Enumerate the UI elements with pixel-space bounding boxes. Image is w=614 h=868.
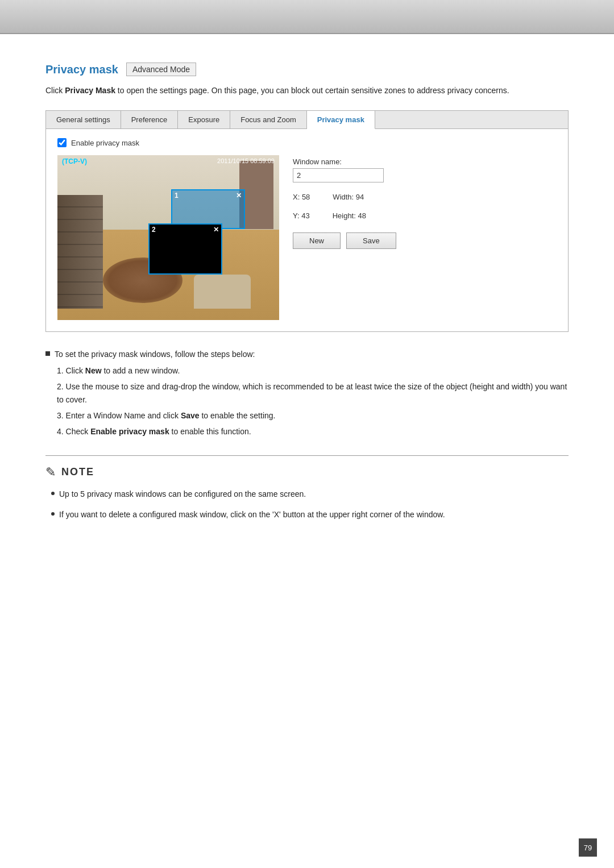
- tcp-label: (TCP-V): [62, 157, 87, 165]
- mask-2-close-icon[interactable]: ✕: [213, 226, 219, 234]
- mask-1-close-icon[interactable]: ✕: [236, 192, 242, 200]
- window-name-section: Window name:: [293, 157, 557, 182]
- step-4: 4. Check Enable privacy mask to enable t…: [45, 425, 569, 438]
- content: Privacy mask Advanced Mode Click Privacy…: [0, 34, 614, 563]
- camera-view: (TCP-V) 2011/10/15 08:59:09 1 ✕ 2 ✕: [57, 155, 279, 320]
- step-2: 2. Use the mouse to size and drag-drop t…: [45, 380, 569, 406]
- note-title: NOTE: [61, 466, 94, 478]
- side-panel: Window name: X: 58 Width: 94 Y: 43 Heigh…: [293, 155, 557, 320]
- steps-section: To set the privacy mask windows, follow …: [45, 348, 569, 438]
- description: Click Privacy Mask to open the settings …: [45, 84, 569, 97]
- step-1: 1. Click New to add a new window.: [45, 364, 569, 377]
- window-name-input[interactable]: [293, 168, 384, 182]
- page-number: 79: [579, 838, 597, 857]
- x-coord: X: 58: [293, 193, 310, 201]
- tab-preference[interactable]: Preference: [121, 111, 179, 128]
- ui-panel: General settings Preference Exposure Foc…: [45, 110, 569, 332]
- camera-overlay: (TCP-V) 2011/10/15 08:59:09: [57, 155, 279, 168]
- tab-privacy-mask[interactable]: Privacy mask: [307, 111, 375, 129]
- note-bullet-1: [51, 492, 55, 495]
- panel-body: Enable privacy mask (TCP-V): [46, 129, 568, 331]
- advanced-mode-badge: Advanced Mode: [126, 63, 196, 76]
- page-title: Privacy mask: [45, 63, 118, 76]
- y-coord: Y: 43: [293, 211, 310, 220]
- tab-bar: General settings Preference Exposure Foc…: [46, 111, 568, 129]
- coords-row-1: X: 58 Width: 94: [293, 193, 557, 201]
- mask-2-number: 2: [152, 226, 156, 234]
- enable-row: Enable privacy mask: [57, 138, 557, 147]
- note-bullet-2: [51, 512, 55, 516]
- page: Privacy mask Advanced Mode Click Privacy…: [0, 0, 614, 868]
- note-header: ✎ NOTE: [45, 465, 569, 480]
- enable-privacy-mask-checkbox[interactable]: [57, 138, 67, 147]
- note-section: ✎ NOTE Up to 5 privacy mask windows can …: [45, 455, 569, 521]
- note-item-1: Up to 5 privacy mask windows can be conf…: [45, 488, 569, 500]
- room-sofa: [194, 275, 251, 309]
- step-4-bold: Enable privacy mask: [90, 427, 169, 436]
- step-3: 3. Enter a Window Name and click Save to…: [45, 409, 569, 422]
- window-name-label: Window name:: [293, 157, 557, 166]
- tab-exposure[interactable]: Exposure: [178, 111, 230, 128]
- page-header: Privacy mask Advanced Mode: [45, 63, 569, 76]
- save-button[interactable]: Save: [346, 232, 396, 249]
- coords-row-2: Y: 43 Height: 48: [293, 211, 557, 220]
- top-bar: [0, 0, 614, 34]
- note-text-1: Up to 5 privacy mask windows can be conf…: [59, 488, 306, 500]
- note-pencil-icon: ✎: [45, 465, 56, 480]
- mask-window-2[interactable]: 2 ✕: [148, 223, 222, 275]
- new-button[interactable]: New: [293, 232, 341, 249]
- step-3-bold: Save: [181, 411, 200, 420]
- action-row: New Save: [293, 232, 557, 249]
- tab-focus-and-zoom[interactable]: Focus and Zoom: [230, 111, 307, 128]
- step-1-bold: New: [85, 366, 102, 375]
- note-text-2: If you want to delete a configured mask …: [59, 508, 445, 521]
- steps-intro: To set the privacy mask windows, follow …: [45, 348, 569, 360]
- privacy-mask-bold: Privacy Mask: [65, 86, 115, 95]
- width-coord: Width: 94: [333, 193, 364, 201]
- tab-general-settings[interactable]: General settings: [46, 111, 121, 128]
- main-area: (TCP-V) 2011/10/15 08:59:09 1 ✕ 2 ✕: [57, 155, 557, 320]
- height-coord: Height: 48: [333, 211, 366, 220]
- note-item-2: If you want to delete a configured mask …: [45, 508, 569, 521]
- steps-intro-text: To set the privacy mask windows, follow …: [55, 348, 255, 360]
- room-stairs: [57, 195, 103, 309]
- enable-privacy-mask-label: Enable privacy mask: [71, 139, 139, 147]
- bullet-icon: [45, 351, 50, 356]
- timestamp: 2011/10/15 08:59:09: [217, 157, 275, 164]
- mask-1-number: 1: [175, 192, 179, 200]
